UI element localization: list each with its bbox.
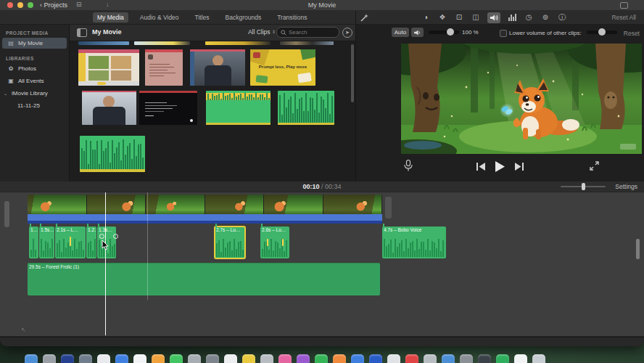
tab-titles[interactable]: Titles — [191, 12, 214, 23]
dock-app-icon[interactable] — [79, 354, 92, 363]
adjust-icon[interactable]: ◑ — [421, 12, 431, 23]
adjust-icon[interactable]: ⊡ — [454, 12, 464, 23]
clip-filter-dropdown[interactable]: All Clips ⇕ — [248, 28, 276, 36]
timeline-scrollbar[interactable] — [636, 239, 640, 259]
dock-app-icon[interactable] — [43, 354, 56, 363]
dock-app-icon[interactable] — [315, 354, 328, 363]
dock-app-icon[interactable] — [61, 354, 74, 363]
beat-marker[interactable] — [282, 239, 284, 246]
dock-app-icon[interactable] — [260, 354, 273, 363]
tab-transitions[interactable]: Transitions — [273, 12, 311, 23]
tab-backgrounds[interactable]: Backgrounds — [221, 12, 266, 23]
clip-thumbnail-webcam[interactable] — [82, 91, 136, 125]
dock-app-icon[interactable] — [133, 354, 146, 363]
timeline-audio-clip-4-7s-bobo-voice[interactable]: 4.7s – Bobo Voice — [382, 227, 446, 258]
clip-thumbnail-terminal[interactable] — [139, 91, 197, 125]
noise-reduction-icon[interactable] — [507, 14, 517, 21]
auto-volume-button[interactable]: Auto — [392, 28, 409, 37]
timeline-audio-clip-1[interactable]: 1… — [29, 227, 38, 258]
previous-frame-icon[interactable] — [476, 163, 485, 171]
dock-app-icon[interactable] — [206, 354, 219, 363]
playhead[interactable] — [105, 192, 106, 335]
clip-thumbnail[interactable] — [78, 41, 129, 45]
play-button[interactable] — [495, 161, 505, 172]
tab-my-media[interactable]: My Media — [93, 12, 128, 23]
chevron-down-icon[interactable]: ⌄ — [3, 91, 8, 96]
dock-app-icon[interactable] — [351, 354, 364, 363]
dock-app-icon[interactable] — [514, 354, 527, 363]
dock-app-icon[interactable] — [387, 354, 400, 363]
timeline-audio-clip-1-2[interactable]: 1.2… — [86, 227, 96, 258]
dock-app-icon[interactable] — [460, 354, 473, 363]
clip-thumbnail[interactable] — [205, 41, 271, 45]
sidebar-item-all-events[interactable]: ▣ All Events — [0, 76, 69, 86]
search-input[interactable]: Search — [276, 27, 339, 38]
clip-thumbnail-audio-yellow[interactable] — [206, 91, 271, 125]
continuous-playback-icon[interactable]: ➤ — [342, 28, 352, 38]
sidebar-item-imovie-library[interactable]: ⌄ iMovie Library — [0, 88, 69, 98]
beat-marker[interactable] — [70, 237, 71, 246]
background-music-clip[interactable]: 29.5s – Forest Frolic (1) — [28, 263, 380, 295]
clip-thumbnail-browser-foxes[interactable] — [78, 49, 139, 86]
dock-app-icon[interactable] — [224, 354, 237, 363]
reset-all-button[interactable]: Reset All — [611, 14, 636, 21]
display-icon[interactable] — [620, 2, 628, 9]
clip-thumbnail-audio[interactable] — [80, 136, 145, 172]
auto-enhance-wand-icon[interactable] — [360, 13, 369, 23]
dock-app-icon[interactable] — [369, 354, 382, 363]
clip-thumbnail[interactable] — [280, 41, 334, 45]
keyframe-handle[interactable] — [113, 234, 118, 239]
dock-app-icon[interactable] — [405, 354, 418, 363]
browser-scrollbar[interactable] — [351, 44, 354, 102]
timeline-audio-clip-2-6s-lu[interactable]: 2.6s – Lu… — [260, 227, 289, 258]
reset-volume-button[interactable]: Reset — [624, 30, 640, 37]
dock-app-icon[interactable] — [424, 354, 437, 363]
tab-audio-video[interactable]: Audio & Video — [136, 12, 183, 23]
keyframe-handle[interactable] — [99, 234, 104, 239]
dock-app-icon[interactable] — [278, 354, 292, 363]
sidebar-item-my-movie[interactable]: ▤ My Movie — [2, 38, 67, 49]
volume-slider[interactable] — [429, 30, 459, 34]
timeline-audio-clip-1-5s[interactable]: 1.5s… — [39, 227, 54, 258]
dock-app-icon[interactable] — [532, 354, 545, 363]
clip-thumbnail-presenter[interactable] — [190, 49, 245, 86]
clip-thumbnail-audio[interactable] — [278, 91, 334, 125]
sidebar-item-photos[interactable]: ✿ Photos — [0, 63, 69, 73]
fullscreen-icon[interactable] — [590, 161, 599, 171]
adjust-icon[interactable]: ⓘ — [557, 12, 567, 23]
preview-video[interactable] — [401, 44, 642, 154]
adjust-icon[interactable]: ◷ — [524, 12, 534, 23]
other-clips-slider-knob[interactable] — [598, 28, 606, 36]
mute-button[interactable] — [411, 28, 424, 37]
lower-volume-checkbox[interactable] — [500, 30, 507, 37]
timeline-audio-clip-2-7s-lu[interactable]: 2.7s – Lu… — [215, 227, 245, 258]
clip-thumbnail[interactable] — [134, 41, 190, 45]
dock-app-icon[interactable] — [242, 354, 255, 363]
other-clips-slider[interactable] — [587, 30, 617, 34]
next-frame-icon[interactable] — [515, 163, 524, 171]
volume-adjust-icon[interactable] — [487, 12, 500, 23]
dock-app-icon[interactable] — [297, 354, 310, 363]
sidebar-item-library-event[interactable]: 11-11-25 — [0, 100, 69, 110]
clip-thumbnail-document[interactable] — [145, 49, 183, 86]
dock-app-icon[interactable] — [97, 354, 110, 363]
dock-app-icon[interactable] — [152, 354, 165, 363]
beat-marker[interactable] — [267, 239, 268, 246]
sidebar-toggle-icon[interactable] — [77, 28, 87, 37]
dock-app-icon[interactable] — [333, 354, 346, 363]
zoom-slider-thumb[interactable] — [582, 183, 585, 190]
timeline-zoom-slider[interactable] — [561, 186, 606, 187]
dock-app-icon[interactable] — [478, 354, 491, 363]
adjust-icon[interactable]: ⊚ — [540, 12, 550, 23]
dock-app-icon[interactable] — [115, 354, 128, 363]
adjust-icon[interactable]: ❖ — [437, 12, 447, 23]
volume-slider-knob[interactable] — [447, 28, 454, 36]
adjust-icon[interactable]: ◫ — [471, 12, 481, 23]
clip-thumbnail-slide[interactable]: Prompt less, Play more — [250, 49, 315, 86]
dock-app-icon[interactable] — [442, 354, 455, 363]
dock-app-icon[interactable] — [188, 354, 201, 363]
dock-app-icon[interactable] — [25, 354, 38, 363]
timeline[interactable]: 1… 1.5s… 2.1s – L… 1.2… 1.3s… 2.7s – Lu… — [0, 192, 644, 336]
dock-app-icon[interactable] — [496, 354, 509, 363]
timeline-settings-button[interactable]: Settings — [615, 183, 637, 190]
